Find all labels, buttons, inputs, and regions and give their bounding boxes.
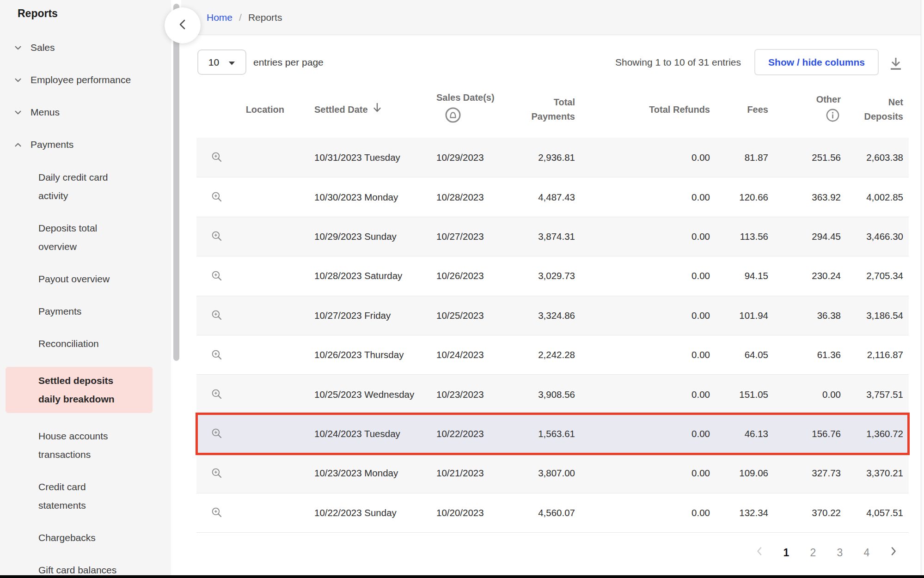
sidebar-item-daily-credit-card-activity[interactable]: Daily credit card activity [6,168,153,205]
download-icon[interactable] [887,55,904,72]
cell-fees: 64.05 [745,335,768,374]
header-settled-date[interactable]: Settled Date [314,90,382,129]
cell-settled-date: 10/24/2023 Tuesday [314,414,400,453]
table-row[interactable]: 10/26/2023 Thursday 10/24/2023 2,242.28 … [196,335,909,374]
table-row[interactable]: 10/25/2023 Wednesday 10/23/2023 3,908.56… [196,374,909,414]
sort-descending-icon [373,102,382,118]
cell-total-refunds: 0.00 [691,138,710,177]
zoom-in-icon[interactable] [211,177,223,216]
table-row[interactable]: 10/28/2023 Saturday 10/26/2023 3,029.73 … [196,256,909,295]
sidebar-item-label: Deposits total overview [38,219,133,256]
sidebar-item-label: Reconciliation [38,335,99,353]
cell-other: 294.45 [812,217,841,256]
cell-other: 36.38 [817,296,841,335]
sidebar-item-payout-overview[interactable]: Payout overview [6,270,153,288]
zoom-in-icon[interactable] [211,217,223,256]
cell-total-refunds: 0.00 [691,256,710,295]
header-location[interactable]: Location [196,90,284,129]
sidebar-item-reconciliation[interactable]: Reconciliation [6,335,153,353]
zoom-in-icon[interactable] [211,414,223,453]
zoom-in-icon[interactable] [211,493,223,532]
table-row[interactable]: 10/30/2023 Monday 10/28/2023 4,487.43 0.… [196,177,909,216]
cell-total-refunds: 0.00 [691,375,710,414]
table-row[interactable]: 10/23/2023 Monday 10/21/2023 3,807.00 0.… [196,453,909,493]
zoom-in-icon[interactable] [211,138,223,177]
sidebar-collapse-button[interactable] [165,7,201,43]
pagination-page-1[interactable]: 1 [780,541,792,565]
zoom-in-icon[interactable] [211,296,223,335]
header-fees[interactable]: Fees [713,90,768,129]
sidebar-item-label: Chargebacks [38,529,96,547]
sidebar-section-label: Employee performance [31,74,131,85]
sidebar-section-label: Payments [31,139,73,150]
info-icon[interactable] [825,108,840,127]
sidebar-item-label: Payments [38,302,81,321]
cell-other: 230.24 [812,256,841,295]
table-row[interactable]: 10/31/2023 Tuesday 10/29/2023 2,936.81 0… [196,138,909,177]
chevron-down-icon [13,107,23,117]
header-total-refunds[interactable]: Total Refunds [618,90,710,129]
cell-total-payments: 2,936.81 [538,138,575,177]
chevron-down-icon [13,75,23,85]
zoom-in-icon[interactable] [211,375,223,414]
table-row[interactable]: 10/24/2023 Tuesday 10/22/2023 1,563.61 0… [196,414,909,453]
header-total-payments[interactable]: Total Payments [524,90,575,129]
sidebar-item-chargebacks[interactable]: Chargebacks [6,529,153,547]
cell-total-refunds: 0.00 [691,493,710,532]
sidebar-section-employee-performance[interactable]: Employee performance [0,64,171,96]
pagination-page-4[interactable]: 4 [861,541,873,565]
table-row[interactable]: 10/22/2023 Sunday 10/20/2023 4,560.07 0.… [196,493,909,532]
window-bottom-edge [0,575,924,578]
cell-sales-date: 10/24/2023 [436,335,484,374]
sidebar-item-label: House accounts transactions [38,427,133,464]
entries-per-page-select[interactable]: 10 [197,49,246,75]
caret-down-icon [228,57,235,68]
header-net-deposits[interactable]: Net Deposits [859,90,903,129]
cell-fees: 109.06 [739,454,768,493]
chevron-down-icon [13,43,23,53]
show-hide-columns-button[interactable]: Show / hide columns [754,49,879,75]
sidebar-item-settled-deposits-daily-breakdown[interactable]: Settled deposits daily breakdown [6,367,153,413]
cell-other: 61.36 [817,335,841,374]
pagination-page-3[interactable]: 3 [834,541,846,565]
table-body: 10/31/2023 Tuesday 10/29/2023 2,936.81 0… [196,138,909,533]
cell-other: 0.00 [822,375,841,414]
cell-total-payments: 3,874.31 [538,217,575,256]
breadcrumb-home-link[interactable]: Home [207,12,233,23]
cell-sales-date: 10/21/2023 [436,454,484,493]
header-sales-dates[interactable]: Sales Date(s) [436,90,495,129]
cell-other: 156.76 [812,414,841,453]
table-row[interactable]: 10/29/2023 Sunday 10/27/2023 3,874.31 0.… [196,217,909,256]
header-other[interactable]: Other [785,90,841,129]
pagination-next-button[interactable] [887,541,900,565]
cell-settled-date: 10/28/2023 Saturday [314,256,402,295]
showing-entries-text: Showing 1 to 10 of 31 entries [615,49,741,75]
pagination-prev-button[interactable] [753,541,765,565]
sidebar-scrollbar-thumb[interactable] [173,4,179,361]
table-row[interactable]: 10/27/2023 Friday 10/25/2023 3,324.86 0.… [196,296,909,335]
zoom-in-icon[interactable] [211,256,223,295]
cell-total-payments: 1,563.61 [538,414,575,453]
cell-total-payments: 3,807.00 [538,454,575,493]
cell-total-payments: 3,324.86 [538,296,575,335]
zoom-in-icon[interactable] [211,454,223,493]
sidebar-item-credit-card-statements[interactable]: Credit card statements [6,478,153,515]
sidebar-section-menus[interactable]: Menus [0,96,171,128]
chevron-right-icon [890,546,897,560]
sidebar-section-sales[interactable]: Sales [0,31,171,64]
sidebar-section-payments[interactable]: Payments [0,128,171,161]
reports-page: Reports Sales Employee performance Menus [0,0,924,578]
cell-total-refunds: 0.00 [691,217,710,256]
pagination-page-2[interactable]: 2 [807,541,819,565]
window-scrollbar-track[interactable] [921,0,924,575]
zoom-in-icon[interactable] [211,335,223,374]
circled-bell-icon [444,106,462,128]
pagination: 1234 [753,541,900,565]
sidebar-item-label: Daily credit card activity [38,168,133,205]
cell-other: 363.92 [812,177,841,216]
sidebar-item-payments[interactable]: Payments [6,302,153,321]
cell-total-refunds: 0.00 [691,454,710,493]
sidebar-item-deposits-total-overview[interactable]: Deposits total overview [6,219,153,256]
sidebar-item-house-accounts-transactions[interactable]: House accounts transactions [6,427,153,464]
cell-settled-date: 10/22/2023 Sunday [314,493,397,532]
